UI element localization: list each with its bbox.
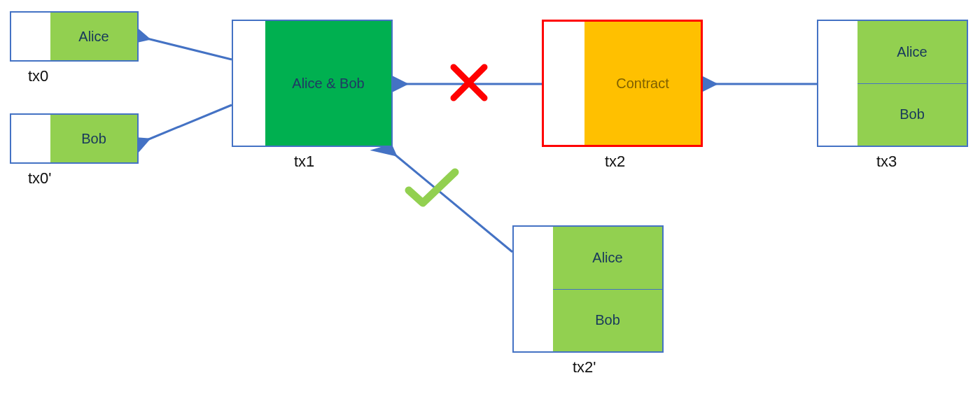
tx1-box: Alice & Bob <box>232 20 393 147</box>
tx0-alice-label: tx0 <box>28 67 48 85</box>
tx0-alice-box: Alice <box>10 11 139 62</box>
tx0-bob-label: tx0' <box>28 169 52 188</box>
svg-line-0 <box>147 38 232 59</box>
svg-line-1 <box>147 105 232 140</box>
check-icon <box>405 167 461 211</box>
tx0-bob-box: Bob <box>10 113 139 164</box>
tx2p-box: Alice Bob <box>512 225 664 353</box>
tx1-label: tx1 <box>294 153 314 171</box>
tx3-box: Alice Bob <box>817 20 968 147</box>
tx2-cell: Contract <box>584 22 701 145</box>
tx2-box: Contract <box>542 20 703 147</box>
tx3-bottom-cell: Bob <box>858 83 967 146</box>
tx0-alice-cell: Alice <box>50 13 137 60</box>
svg-line-4 <box>394 154 512 252</box>
cross-icon <box>448 62 490 104</box>
svg-line-6 <box>454 67 484 98</box>
tx2p-bottom-cell: Bob <box>553 289 662 352</box>
tx3-label: tx3 <box>876 153 897 171</box>
tx0-bob-cell: Bob <box>50 115 137 162</box>
tx3-top-cell: Alice <box>858 21 967 83</box>
tx2p-top-cell: Alice <box>553 227 662 289</box>
tx2-label: tx2 <box>605 153 625 171</box>
svg-line-5 <box>454 67 484 98</box>
tx2p-label: tx2' <box>573 358 596 377</box>
tx1-cell: Alice & Bob <box>265 21 391 146</box>
